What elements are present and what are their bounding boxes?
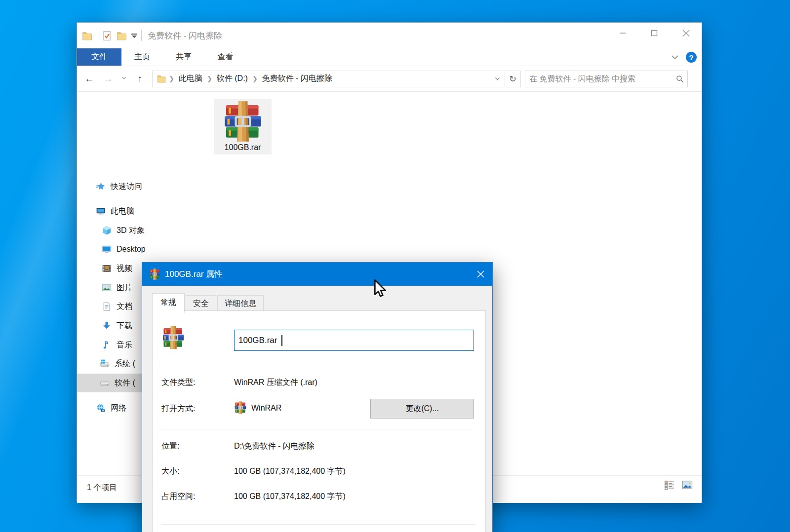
breadcrumb-drive-d[interactable]: 软件 (D:) <box>215 74 250 84</box>
recent-locations-chevron-icon[interactable] <box>118 75 130 82</box>
help-button[interactable]: ? <box>686 52 697 63</box>
customize-qat-dropdown-icon[interactable] <box>131 34 137 38</box>
filename-input[interactable] <box>234 330 474 351</box>
breadcrumb-separator-icon: ❯ <box>168 75 175 82</box>
divider <box>161 524 475 525</box>
sidebar-item-this-pc[interactable]: 此电脑 <box>77 202 208 221</box>
film-icon <box>102 264 112 273</box>
drive-icon <box>100 378 110 388</box>
minimize-icon <box>619 30 626 37</box>
download-arrow-icon <box>102 321 112 331</box>
toolbar-separator <box>97 30 97 41</box>
breadcrumb-separator-icon: ❯ <box>252 75 258 82</box>
3d-cube-icon <box>102 226 112 235</box>
thumbnail-view-icon[interactable] <box>682 480 693 491</box>
properties-dialog: 100GB.rar 属性 常规 安全 详细信息 文件类型: WinRAR 压缩文… <box>142 262 493 532</box>
winrar-archive-icon <box>161 326 185 349</box>
breadcrumb-current-folder[interactable]: 免费软件 - 闪电擦除 <box>260 74 334 84</box>
winrar-app-icon <box>234 401 247 414</box>
network-globe-icon <box>96 403 106 413</box>
close-icon <box>477 270 484 278</box>
quick-access-toolbar <box>77 30 142 41</box>
dialog-tab-bar: 常规 安全 详细信息 <box>152 293 265 313</box>
tab-view[interactable]: 查看 <box>204 48 246 66</box>
desktop-monitor-icon <box>102 244 112 254</box>
opens-with-label: 打开方式: <box>161 404 195 414</box>
back-button[interactable]: ← <box>80 73 99 84</box>
address-dropdown-chevron-icon[interactable] <box>490 71 505 87</box>
explorer-titlebar[interactable]: 免费软件 - 闪电擦除 <box>77 23 702 48</box>
dialog-close-button[interactable] <box>469 263 492 286</box>
details-view-icon[interactable] <box>664 480 675 491</box>
system-drive-icon <box>100 359 110 369</box>
maximize-icon <box>651 30 658 37</box>
opens-with-value: WinRAR <box>251 404 281 413</box>
toolbar-separator <box>141 30 142 41</box>
tab-file[interactable]: 文件 <box>77 48 121 66</box>
document-icon <box>102 302 112 311</box>
file-type-label: 文件类型: <box>161 378 195 388</box>
refresh-button[interactable]: ↻ <box>505 71 521 87</box>
breadcrumb-separator-icon: ❯ <box>206 75 213 82</box>
size-on-disk-value: 100 GB (107,374,182,400 字节) <box>234 492 346 502</box>
item-count-label: 1 个项目 <box>87 483 117 493</box>
tab-general[interactable]: 常规 <box>152 293 185 313</box>
dialog-titlebar[interactable]: 100GB.rar 属性 <box>142 263 492 286</box>
close-icon <box>682 30 690 37</box>
change-button[interactable]: 更改(C)... <box>370 399 474 418</box>
size-value: 100 GB (107,374,182,400 字节) <box>234 466 346 477</box>
location-label: 位置: <box>161 441 179 452</box>
dialog-title: 100GB.rar 属性 <box>165 268 223 280</box>
sidebar-item-quick-access[interactable]: 快速访问 <box>77 177 208 196</box>
close-button[interactable] <box>670 23 702 43</box>
maximize-button[interactable] <box>638 23 670 43</box>
general-tab-panel: 文件类型: WinRAR 压缩文件 (.rar) 打开方式: WinRAR 更改… <box>152 310 486 532</box>
file-type-value: WinRAR 压缩文件 (.rar) <box>234 378 317 388</box>
search-icon[interactable] <box>675 75 684 83</box>
music-note-icon <box>102 340 112 350</box>
sidebar-item-3d-objects[interactable]: 3D 对象 <box>77 221 208 240</box>
new-folder-shortcut-icon[interactable] <box>117 31 127 41</box>
address-folder-icon <box>157 74 166 83</box>
search-input[interactable] <box>525 71 672 87</box>
size-label: 大小: <box>161 466 179 477</box>
location-value: D:\免费软件 - 闪电擦除 <box>234 441 315 452</box>
window-folder-icon <box>82 31 92 41</box>
quick-access-star-icon <box>96 182 106 191</box>
address-bar[interactable]: ❯ 此电脑 ❯ 软件 (D:) ❯ 免费软件 - 闪电擦除 <box>152 71 505 87</box>
sidebar-item-desktop[interactable]: Desktop <box>77 240 208 259</box>
navigation-bar: ← → ↑ ❯ 此电脑 ❯ 软件 (D:) ❯ 免费软件 - 闪电擦除 <box>77 66 702 92</box>
picture-icon <box>102 283 112 293</box>
breadcrumb-this-pc[interactable]: 此电脑 <box>177 74 204 84</box>
size-on-disk-label: 占用空间: <box>161 492 195 502</box>
search-box <box>525 71 688 87</box>
file-name-label: 100GB.rar <box>225 143 261 152</box>
text-caret <box>281 335 282 346</box>
divider <box>161 429 475 429</box>
ribbon-tab-bar: 文件 主页 共享 查看 ? <box>77 48 702 66</box>
computer-icon <box>96 206 106 216</box>
file-item-100gb-rar[interactable]: 100GB.rar <box>214 99 272 154</box>
winrar-archive-icon <box>149 268 160 280</box>
forward-button[interactable]: → <box>99 73 118 84</box>
window-title: 免费软件 - 闪电擦除 <box>148 30 222 41</box>
minimize-button[interactable] <box>607 23 638 43</box>
desktop-wallpaper: 免费软件 - 闪电擦除 文件 主页 共享 查看 ? <box>0 0 790 532</box>
up-button[interactable]: ↑ <box>130 73 149 84</box>
properties-shortcut-icon[interactable] <box>102 31 112 41</box>
winrar-archive-icon <box>222 101 264 142</box>
collapse-ribbon-chevron-icon[interactable] <box>671 53 679 61</box>
tab-share[interactable]: 共享 <box>163 48 204 66</box>
divider <box>161 365 475 365</box>
tab-home[interactable]: 主页 <box>121 48 163 66</box>
